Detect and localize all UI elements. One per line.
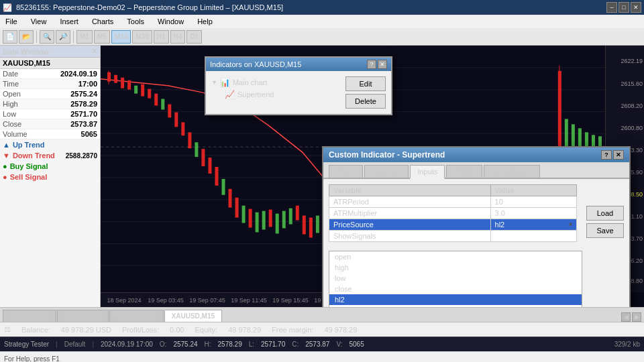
free-margin-value: 49 978.29 [324,326,357,334]
tree-expand-icon[interactable]: ▼ [211,79,217,86]
tree-child-supertrend[interactable]: 📈 Supertrend [225,88,340,101]
close-button[interactable]: ✕ [631,2,641,13]
toolbar-separator-2 [73,31,74,43]
data-row-open: Open 2575.24 [0,89,100,99]
timeframe-h1[interactable]: H1 [154,30,169,44]
timeframe-h4[interactable]: H4 [170,30,186,44]
status-bar: ⚖ Balance: 49 978.29 USD Profit/Loss: 0.… [0,322,644,337]
dropdown-option-hlc3[interactable]: hlc3 [329,305,582,307]
menu-charts[interactable]: Charts [89,17,116,25]
free-margin-label: Free margin: [272,326,313,334]
ci-body: Variable Value ATRPeriod 10 ATRMultiplie… [323,179,629,307]
ci-atrmultiplier-val[interactable]: 3.0 [490,208,576,219]
buy-signal-label: Buy Signal [10,162,48,170]
tab-btcusd[interactable]: BTCUSD,M5 [3,310,56,322]
main-layout: Data Window ✕ XAUUSD,M15 Date 2024.09.19… [0,46,644,307]
zoom-in-button[interactable]: 🔍 [40,30,54,44]
tab-next-button[interactable]: ▶ [632,312,641,322]
svg-rect-40 [296,206,299,221]
svg-rect-35 [262,211,266,230]
timeframe-m5[interactable]: M5 [94,30,110,44]
equity-label: Equity: [195,326,217,334]
ci-tabs: About Common Inputs Colors Visualization [323,162,629,179]
indicators-dialog-help[interactable]: ? [367,60,376,69]
minimize-button[interactable]: – [606,2,617,13]
ci-close-button[interactable]: ✕ [613,150,624,160]
price-label-3: 2608.20 [621,103,643,109]
ci-pricesource-val[interactable]: hl2 ▼ [490,219,576,231]
close-value: 2573.87 [305,341,329,348]
pricesource-dropdown[interactable]: open high low close hl2 hlc3 ohlc4 [329,251,582,307]
open-button[interactable]: 📂 [19,30,34,44]
menu-view[interactable]: View [28,17,50,25]
dropdown-option-hl2[interactable]: hl2 [329,294,582,305]
ci-tab-visualization[interactable]: Visualization [484,165,540,178]
menu-tools[interactable]: Tools [124,17,147,25]
data-window-close[interactable]: ✕ [91,47,97,56]
timeframe-m1[interactable]: M1 [76,30,93,44]
dropdown-option-open[interactable]: open [329,251,582,262]
time-label-2: 19 Sep 03:45 [145,297,186,304]
ci-tab-inputs[interactable]: Inputs [410,165,445,179]
svg-rect-13 [114,75,117,83]
ci-tab-about[interactable]: About [329,165,363,178]
ci-save-button[interactable]: Save [586,223,624,238]
maximize-button[interactable]: □ [619,2,629,13]
chart-area[interactable]: 2622.19 2615.60 2608.20 2600.80 2593.30 … [101,46,644,307]
indicators-dialog: Indicators on XAUUSD,M15 ? ✕ ▼ 📊 Main ch… [205,56,392,115]
close-label: Close [3,120,21,128]
menu-insert[interactable]: Insert [57,17,81,25]
tab-arrows[interactable]: ◀ ▶ [621,312,641,322]
ci-inputs-table: Variable Value ATRPeriod 10 ATRMultiplie… [329,184,577,242]
new-chart-button[interactable]: 📄 [3,30,17,44]
menu-help[interactable]: Help [195,17,215,25]
dropdown-option-close[interactable]: close [329,284,582,294]
timeframe-d1[interactable]: D1 [186,30,202,44]
ci-atrperiod-val[interactable]: 10 [490,196,576,208]
ci-showsignals-var: ShowSignals [329,231,491,242]
ci-load-button[interactable]: Load [586,206,624,221]
tab-eurusd[interactable]: EURUSD,M5 [109,310,164,322]
tab-prev-button[interactable]: ◀ [621,312,631,322]
tree-root-item[interactable]: ▼ 📊 Main chart [211,76,340,88]
tab-usdjpy[interactable]: USDJPY,M5 [57,310,109,322]
svg-rect-15 [127,80,131,90]
ci-help-button[interactable]: ? [601,150,612,160]
data-row-high: High 2578.29 [0,99,100,109]
delete-button[interactable]: Delete [345,94,386,109]
indicators-dialog-close[interactable]: ✕ [378,60,387,69]
svg-rect-42 [309,218,313,238]
menu-window[interactable]: Window [155,17,186,25]
indicators-dialog-controls[interactable]: ? ✕ [367,60,387,69]
timeframe-m15[interactable]: M15 [111,30,131,44]
ci-tab-colors[interactable]: Colors [446,165,482,178]
high-value: 2578.29 [70,100,97,108]
menu-file[interactable]: File [3,17,20,25]
svg-rect-24 [188,132,191,148]
ci-showsignals-val[interactable] [490,231,576,242]
dropdown-option-low[interactable]: low [329,273,582,284]
tab-xauusd[interactable]: XAUUSD,M15 [164,310,222,322]
low-label: L: [249,341,254,348]
down-trend-icon: ▼ [3,152,10,160]
svg-rect-37 [276,214,279,234]
help-bar: For Help, press F1 [0,351,644,362]
open-value: 2575.24 [70,90,97,98]
titlebar-title: 85236155: Pepperstone-Demo02 – Peppersto… [16,3,283,11]
strategy-tester-label[interactable]: Strategy Tester [4,341,49,348]
titlebar-controls[interactable]: – □ ✕ [606,2,641,13]
ci-row-atrmultiplier[interactable]: ATRMultiplier 3.0 [329,208,577,219]
zoom-out-button[interactable]: 🔎 [56,30,70,44]
timeframe-m30[interactable]: M30 [132,30,152,44]
price-label-4: 2600.80 [621,125,643,131]
dropdown-option-high[interactable]: high [329,262,582,273]
ci-titlebar-controls[interactable]: ? ✕ [601,150,624,160]
toolbar-separator [36,31,37,43]
ci-row-pricesource[interactable]: PriceSource hl2 ▼ [329,219,577,231]
edit-button[interactable]: Edit [345,76,386,91]
ci-row-atrperiod[interactable]: ATRPeriod 10 [329,196,577,208]
ci-row-showsignals[interactable]: ShowSignals [329,231,577,242]
indicators-dialog-title: Indicators on XAUUSD,M15 [210,60,301,68]
balance-label: Balance: [21,326,50,334]
ci-tab-common[interactable]: Common [364,165,409,178]
